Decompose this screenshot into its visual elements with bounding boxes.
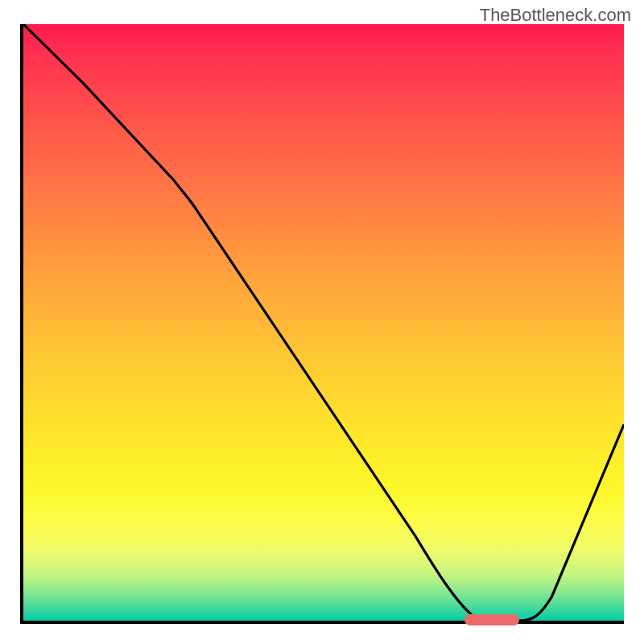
optimal-range-marker [464, 614, 519, 625]
bottleneck-curve [23, 24, 624, 621]
watermark-text: TheBottleneck.com [480, 5, 631, 26]
chart-plot-area [20, 24, 624, 624]
curve-path [23, 24, 624, 621]
